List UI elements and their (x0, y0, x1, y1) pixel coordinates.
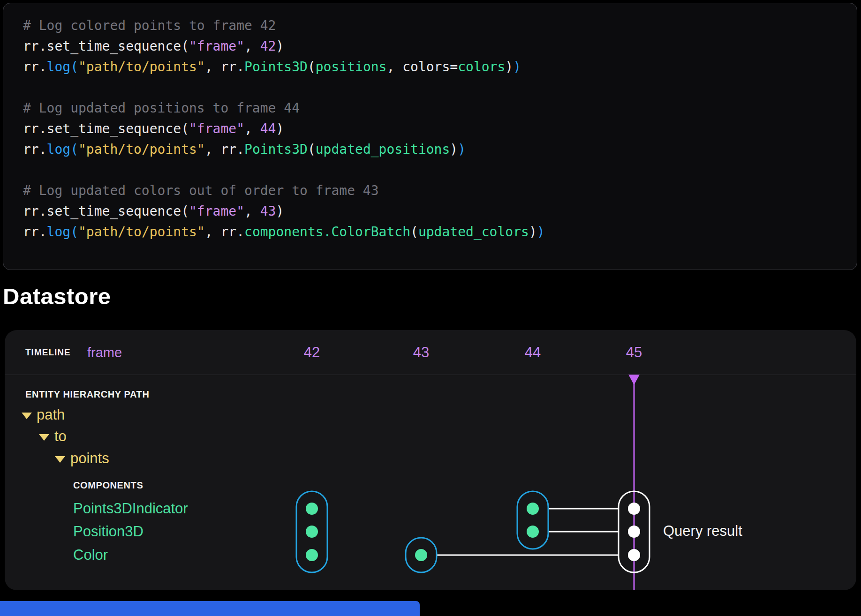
query-result-cell (619, 491, 650, 572)
query-component-dot (628, 503, 640, 515)
code-line: # Log updated colors out of order to fra… (23, 180, 545, 201)
frame-tick-44: 44 (525, 344, 541, 361)
component-dot (306, 549, 318, 561)
component-dot (527, 503, 539, 515)
datastore-panel: TIMELINE frame 42434445 ENTITY HIERARCHY… (5, 330, 856, 590)
code-line: rr.log("path/to/points", rr.Points3D(upd… (23, 139, 545, 160)
timeline-header: TIMELINE frame 42434445 (5, 330, 856, 375)
chevron-down-icon[interactable] (55, 456, 65, 463)
entity-hierarchy-header: ENTITY HIERARCHY PATH (25, 388, 149, 400)
code-line: # Log updated positions to frame 44 (23, 98, 545, 119)
data-cell-frame-43 (406, 538, 437, 572)
timeline-label: TIMELINE (25, 347, 71, 358)
query-component-dot (628, 526, 640, 538)
component-dot (306, 503, 318, 515)
frame-tick-45: 45 (626, 344, 642, 361)
timeline-cursor-marker (628, 375, 640, 385)
frame-tick-42: 42 (304, 344, 320, 361)
query-result-label: Query result (663, 522, 742, 541)
code-line: rr.set_time_sequence("frame", 44) (23, 119, 545, 139)
component-dot (527, 526, 539, 538)
components-header: COMPONENTS (73, 479, 143, 491)
timeline-name: frame (87, 345, 122, 360)
code-line: rr.set_time_sequence("frame", 42) (23, 36, 545, 57)
component-dot (306, 526, 318, 538)
page-title: Datastore (3, 283, 111, 309)
data-cell-frame-44 (517, 491, 548, 549)
query-component-dot (628, 549, 640, 561)
code-line (23, 160, 545, 180)
code-block: # Log colored points to frame 42rr.set_t… (3, 3, 857, 270)
component-dot (415, 549, 427, 561)
component-label-position3d: Position3D (73, 522, 144, 541)
chevron-down-icon[interactable] (22, 413, 32, 419)
code-line: # Log colored points to frame 42 (23, 15, 545, 36)
code-line: rr.log("path/to/points", rr.Points3D(pos… (23, 57, 545, 77)
docs-page: # Log colored points to frame 42rr.set_t… (0, 0, 861, 616)
frame-tick-43: 43 (413, 344, 429, 361)
data-cell-frame-42 (296, 491, 327, 572)
chevron-down-icon[interactable] (39, 434, 49, 441)
code-content: # Log colored points to frame 42rr.set_t… (23, 15, 545, 242)
code-line (23, 77, 545, 98)
datastore-body: ENTITY HIERARCHY PATH path to points COM… (5, 375, 856, 590)
code-line: rr.set_time_sequence("frame", 43) (23, 201, 545, 222)
component-label-points3dindicator: Points3DIndicator (73, 499, 188, 518)
code-line: rr.log("path/to/points", rr.components.C… (23, 222, 545, 242)
partial-next-element (0, 601, 420, 616)
component-label-color: Color (73, 546, 108, 564)
